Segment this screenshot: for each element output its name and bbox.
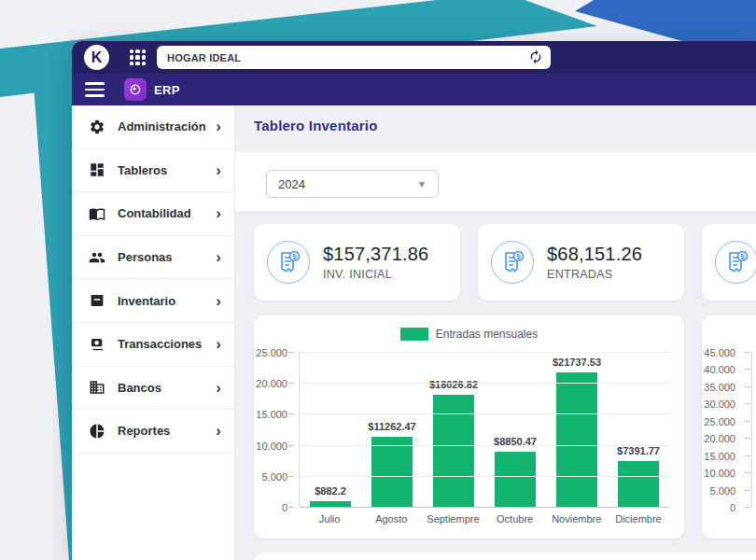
sidebar-item-label: Bancos [118,381,216,395]
bar-value-label: $18026.82 [429,379,478,390]
y-tick-label: 0 [730,502,735,513]
svg-text:$: $ [292,252,297,261]
y-tick-label: 45.000 [704,347,735,358]
svg-text:$: $ [516,252,521,261]
y-tick-mark [288,507,294,508]
gridline [300,413,669,414]
sidebar-item-inventario[interactable]: Inventario › [72,279,234,323]
people-icon [89,249,105,266]
y-tick-mark [745,369,750,370]
chevron-right-icon: › [216,162,221,178]
year-select[interactable]: 2024 ▼ [266,170,439,198]
caret-down-icon: ▼ [417,179,427,189]
bar-slot: $11262.47 [361,352,423,507]
side-chart-card: 45.00040.00035.00030.00025.00020.00015.0… [702,315,756,539]
y-tick-mark [745,403,750,404]
erp-badge[interactable] [124,78,147,101]
bar-value-label: $11262.47 [368,421,415,432]
sidebar-item-contabilidad[interactable]: Contabilidad › [72,192,234,236]
bar-noviembre[interactable] [556,372,597,507]
y-tick-label: 20.000 [704,433,735,444]
sidebar-item-label: Contabilidad [118,206,216,220]
bar-value-label: $21737.53 [553,357,601,368]
box-icon [89,292,105,309]
book-icon [89,205,105,222]
y-tick-label: 40.000 [704,364,735,375]
y-tick-mark [745,386,750,387]
y-tick-mark [288,476,294,477]
card-icon [89,336,105,353]
sidebar-item-tableros[interactable]: Tableros › [72,149,234,193]
main-chart-x-axis: JulioAgostoSeptiempreOctubreNoviembreDic… [299,513,669,525]
summary-card-third: $ [702,224,756,301]
apps-grid-icon[interactable] [130,49,146,65]
y-tick-label: 20.000 [256,378,287,389]
y-tick-mark [288,352,294,353]
y-tick-label: 25.000 [704,416,735,427]
topbar: K [72,41,756,74]
sidebar-item-label: Administración [118,119,216,133]
navbar: ERP [72,74,756,105]
sidebar-item-administracion[interactable]: Administración › [72,105,234,149]
chevron-right-icon: › [216,423,221,439]
y-tick-label: 15.000 [256,409,287,420]
gridline [300,507,669,508]
page-title: Tablero Inventario [254,118,378,133]
x-tick-label: Septiempre [422,513,483,525]
sidebar-item-label: Tableros [118,163,216,177]
y-tick-label: 10.000 [704,468,735,479]
filter-bar: 2024 ▼ [235,152,756,211]
sidebar-item-transacciones[interactable]: Transacciones › [72,323,234,367]
summary-value: $157,371.86 [323,244,428,265]
bar-septiempre[interactable] [433,395,474,507]
y-tick-mark [288,413,294,414]
refresh-icon[interactable] [528,49,543,64]
y-tick-label: 30.000 [704,399,735,410]
invoice-dollar-icon: $ [715,241,756,284]
x-tick-label: Agosto [360,513,422,525]
gridline [300,476,669,477]
bar-diciembre[interactable] [618,461,659,507]
main-chart-bars: $882.2$11262.47$18026.82$8850.47$21737.5… [300,352,669,507]
main-content: Tablero Inventario 2024 ▼ $ [235,105,756,560]
chevron-right-icon: › [216,336,221,352]
pie-chart-icon [89,423,105,440]
entries-chart-card: Entradas mensuales 25.00020.00015.00010.… [254,315,684,539]
summary-label: ENTRADAS [547,268,642,281]
chevron-right-icon: › [216,293,221,309]
bar-octubre[interactable] [495,452,536,507]
x-tick-label: Octubre [484,513,546,525]
erp-label: ERP [154,83,180,97]
chevron-right-icon: › [216,119,221,134]
sidebar-item-label: Transacciones [118,337,216,351]
invoice-dollar-icon: $ [267,241,310,284]
y-tick-label: 10.000 [256,441,287,452]
y-tick-mark [745,352,750,353]
summary-card-inv-inicial: $ $157,371.86 INV. INICIAL [254,224,460,301]
side-chart-axis-line [751,352,752,507]
app-window: K ERP A [72,41,756,560]
y-tick-mark [745,490,750,491]
x-tick-label: Noviembre [546,513,608,525]
sidebar-item-bancos[interactable]: Bancos › [72,367,234,411]
sidebar-item-label: Personas [118,250,216,264]
invoice-dollar-icon: $ [491,241,534,284]
gridline [300,445,669,446]
bar-agosto[interactable] [371,437,413,507]
chart-legend[interactable]: Entradas mensuales [254,328,684,341]
sidebar-item-personas[interactable]: Personas › [72,236,234,280]
x-tick-label: Diciembre [608,513,669,525]
company-search-input[interactable] [157,46,551,69]
y-tick-mark [745,438,750,439]
dashboard-icon [89,161,105,178]
app-logo-icon[interactable]: K [84,45,109,70]
disc-icon [128,82,143,97]
bar-value-label: $7391.77 [617,445,660,456]
sidebar-item-reportes[interactable]: Reportes › [72,410,234,454]
screen: K ERP A [0,0,756,560]
side-chart-y-axis: 45.00040.00035.00030.00025.00020.00015.0… [702,352,743,507]
chevron-right-icon: › [216,249,221,265]
y-tick-label: 25.000 [256,347,287,358]
menu-hamburger-icon[interactable] [85,82,105,97]
bottom-card [254,553,756,560]
